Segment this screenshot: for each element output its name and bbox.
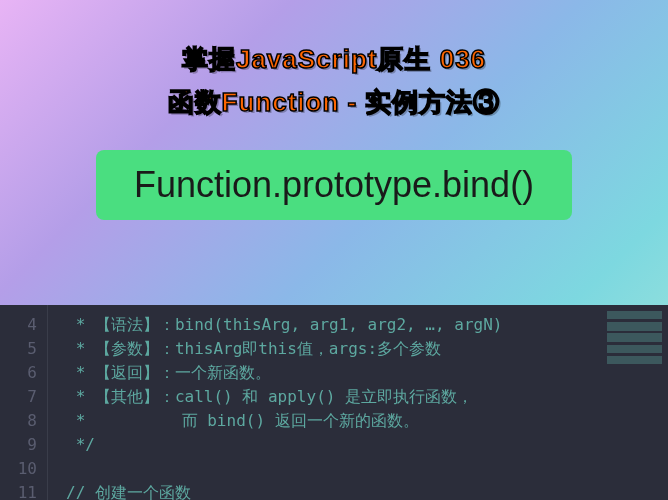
code-line: * 而 bind() 返回一个新的函数。 bbox=[66, 409, 668, 433]
line-number: 9 bbox=[0, 433, 37, 457]
code-line bbox=[66, 457, 668, 481]
code-line: * 【参数】：thisArg即this值，args:多个参数 bbox=[66, 337, 668, 361]
code-line: */ bbox=[66, 433, 668, 457]
line-number: 4 bbox=[0, 313, 37, 337]
minimap[interactable] bbox=[607, 311, 662, 381]
code-area[interactable]: * 【语法】：bind(thisArg, arg1, arg2, …, argN… bbox=[48, 305, 668, 500]
line-number: 6 bbox=[0, 361, 37, 385]
line-number: 5 bbox=[0, 337, 37, 361]
title-line-2: 函数Function - 实例方法③ bbox=[0, 85, 668, 120]
code-line: // 创建一个函数 bbox=[66, 481, 668, 500]
title-line-1: 掌握JavaScript原生 036 bbox=[0, 42, 668, 77]
line-number: 10 bbox=[0, 457, 37, 481]
code-line: * 【返回】：一个新函数。 bbox=[66, 361, 668, 385]
topic-banner: Function.prototype.bind() bbox=[96, 150, 572, 220]
line-number: 8 bbox=[0, 409, 37, 433]
code-editor: 4 5 6 7 8 9 10 11 * 【语法】：bind(thisArg, a… bbox=[0, 305, 668, 500]
header-section: 掌握JavaScript原生 036 函数Function - 实例方法③ Fu… bbox=[0, 0, 668, 220]
code-line: * 【语法】：bind(thisArg, arg1, arg2, …, argN… bbox=[66, 313, 668, 337]
line-number: 7 bbox=[0, 385, 37, 409]
line-number-gutter: 4 5 6 7 8 9 10 11 bbox=[0, 305, 48, 500]
code-line: * 【其他】：call() 和 apply() 是立即执行函数， bbox=[66, 385, 668, 409]
line-number: 11 bbox=[0, 481, 37, 500]
